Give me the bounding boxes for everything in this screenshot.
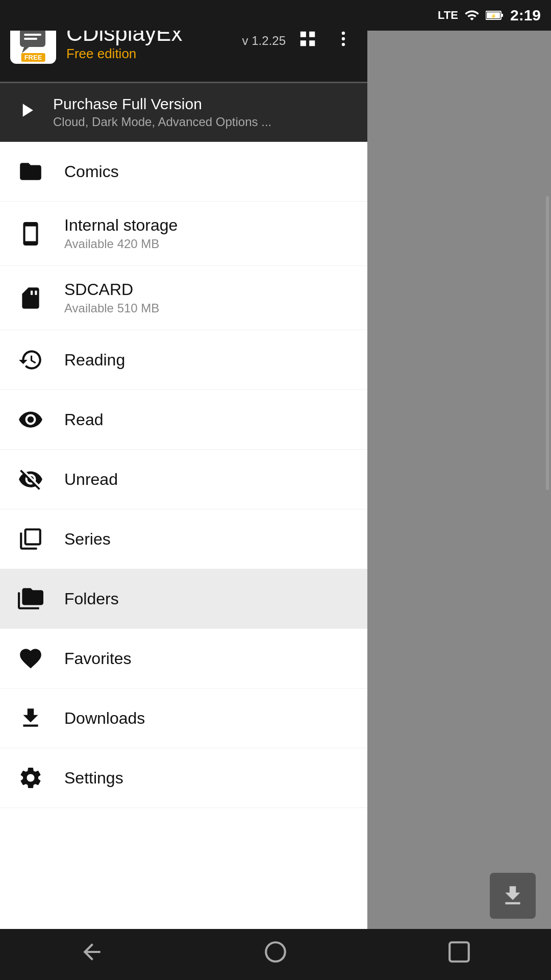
signal-icon [464, 8, 480, 23]
internal-storage-sublabel: Available 420 MB [64, 237, 178, 251]
internal-storage-content: Internal storageAvailable 420 MB [64, 216, 178, 251]
unread-label: Unread [64, 470, 118, 489]
svg-point-11 [266, 942, 285, 962]
recents-icon [446, 939, 472, 965]
download-fab-icon [500, 883, 525, 909]
favorites-content: Favorites [64, 649, 132, 668]
downloads-content: Downloads [64, 709, 145, 728]
free-badge: FREE [21, 53, 45, 62]
purchase-title: Purchase Full Version [53, 95, 271, 113]
read-content: Read [64, 410, 104, 429]
menu-item-downloads[interactable]: Downloads [0, 689, 367, 748]
svg-rect-12 [449, 942, 469, 962]
back-icon [79, 939, 105, 965]
sdcard-icon [15, 283, 46, 313]
read-icon [15, 404, 46, 435]
recents-button[interactable] [431, 934, 487, 975]
menu-item-series[interactable]: Series [0, 509, 367, 569]
menu-item-unread[interactable]: Unread [0, 450, 367, 509]
navigation-drawer: FREE CDisplayEx Free edition v 1.2.25 [0, 0, 367, 980]
series-icon [15, 524, 46, 554]
menu-list: ComicsInternal storageAvailable 420 MBSD… [0, 142, 367, 980]
reading-icon [15, 345, 46, 375]
comics-label: Comics [64, 162, 119, 181]
internal-storage-icon [15, 218, 46, 249]
comics-icon [15, 156, 46, 187]
unread-content: Unread [64, 470, 118, 489]
read-label: Read [64, 410, 104, 429]
scrollbar [546, 196, 549, 490]
app-version: v 1.2.25 [242, 34, 286, 48]
menu-item-internal-storage[interactable]: Internal storageAvailable 420 MB [0, 202, 367, 266]
menu-item-folders[interactable]: Folders [0, 569, 367, 629]
svg-point-10 [342, 42, 345, 45]
purchase-text-area: Purchase Full Version Cloud, Dark Mode, … [53, 95, 271, 129]
menu-item-read[interactable]: Read [0, 390, 367, 450]
series-label: Series [64, 530, 111, 549]
home-icon [263, 939, 288, 965]
svg-rect-2 [501, 14, 503, 17]
folders-label: Folders [64, 590, 119, 608]
svg-text:⚡: ⚡ [490, 13, 497, 19]
home-button[interactable] [247, 934, 304, 975]
comics-content: Comics [64, 162, 119, 181]
purchase-banner[interactable]: Purchase Full Version Cloud, Dark Mode, … [0, 83, 367, 142]
menu-item-sdcard[interactable]: SDCARDAvailable 510 MB [0, 266, 367, 330]
sdcard-label: SDCARD [64, 280, 159, 299]
reading-content: Reading [64, 351, 125, 370]
svg-point-9 [342, 37, 345, 40]
menu-item-reading[interactable]: Reading [0, 330, 367, 390]
sdcard-content: SDCARDAvailable 510 MB [64, 280, 159, 315]
svg-marker-5 [22, 47, 29, 53]
menu-item-comics[interactable]: Comics [0, 142, 367, 202]
play-icon [15, 99, 38, 121]
menu-item-favorites[interactable]: Favorites [0, 629, 367, 689]
menu-item-settings[interactable]: Settings [0, 748, 367, 808]
status-bar: LTE ⚡ 2:19 [0, 0, 551, 31]
reading-label: Reading [64, 351, 125, 370]
battery-icon: ⚡ [486, 8, 504, 23]
grid-icon [298, 29, 317, 48]
back-button[interactable] [64, 934, 120, 975]
download-fab[interactable] [490, 873, 536, 919]
sdcard-sublabel: Available 510 MB [64, 301, 159, 315]
app-edition: Free edition [66, 46, 182, 62]
favorites-icon [15, 643, 46, 674]
lte-icon: LTE [438, 9, 458, 22]
purchase-icon [15, 99, 38, 126]
bottom-navigation [0, 929, 551, 980]
internal-storage-label: Internal storage [64, 216, 178, 235]
status-icons: LTE ⚡ 2:19 [438, 7, 541, 24]
svg-rect-6 [24, 34, 41, 36]
purchase-subtitle: Cloud, Dark Mode, Advanced Options ... [53, 115, 271, 129]
settings-icon [15, 763, 46, 793]
unread-icon [15, 464, 46, 495]
favorites-label: Favorites [64, 649, 132, 668]
settings-label: Settings [64, 769, 123, 788]
svg-rect-7 [24, 38, 37, 40]
downloads-label: Downloads [64, 709, 145, 728]
series-content: Series [64, 530, 111, 549]
more-icon [334, 29, 353, 48]
folders-content: Folders [64, 590, 119, 608]
settings-content: Settings [64, 769, 123, 788]
folders-icon [15, 583, 46, 614]
downloads-icon [15, 703, 46, 733]
svg-point-8 [342, 31, 345, 34]
status-time: 2:19 [510, 7, 541, 24]
